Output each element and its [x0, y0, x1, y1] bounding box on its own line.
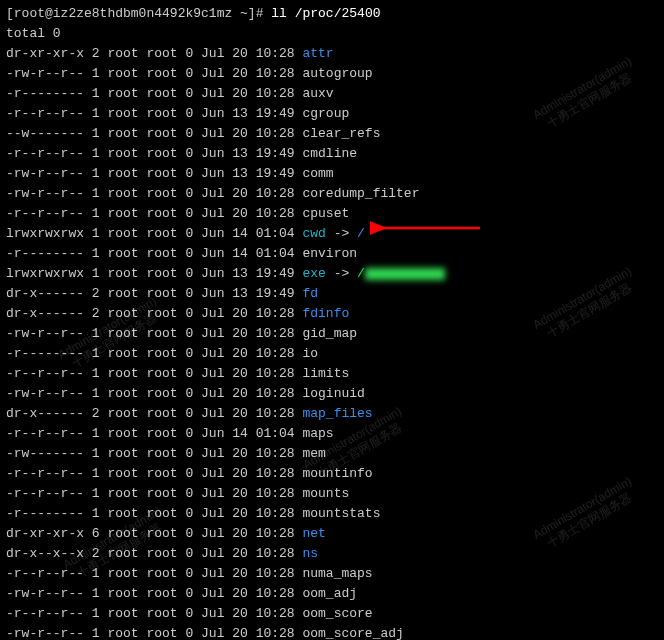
file-name: mountinfo — [302, 466, 372, 481]
listing-row: -r--r--r-- 1 root root 0 Jul 20 10:28 cp… — [6, 204, 658, 224]
file-name: clear_refs — [302, 126, 380, 141]
listing-row: dr-xr-xr-x 6 root root 0 Jul 20 10:28 ne… — [6, 524, 658, 544]
listing-row: -rw-r--r-- 1 root root 0 Jul 20 10:28 lo… — [6, 384, 658, 404]
file-name: mounts — [302, 486, 349, 501]
listing-row: dr-x------ 2 root root 0 Jun 13 19:49 fd — [6, 284, 658, 304]
listing-row: -r-------- 1 root root 0 Jun 14 01:04 en… — [6, 244, 658, 264]
file-name: cwd — [302, 226, 325, 241]
listing-row: -r--r--r-- 1 root root 0 Jun 14 01:04 ma… — [6, 424, 658, 444]
listing-row: dr-xr-xr-x 2 root root 0 Jul 20 10:28 at… — [6, 44, 658, 64]
file-name: oom_adj — [302, 586, 357, 601]
file-name: oom_score_adj — [302, 626, 403, 640]
file-name: coredump_filter — [302, 186, 419, 201]
listing-row: -r--r--r-- 1 root root 0 Jun 13 19:49 cm… — [6, 144, 658, 164]
file-name: oom_score — [302, 606, 372, 621]
file-listing: dr-xr-xr-x 2 root root 0 Jul 20 10:28 at… — [6, 44, 658, 640]
file-name: io — [302, 346, 318, 361]
listing-row: -r--r--r-- 1 root root 0 Jul 20 10:28 oo… — [6, 604, 658, 624]
listing-row: dr-x------ 2 root root 0 Jul 20 10:28 fd… — [6, 304, 658, 324]
listing-row: -rw-r--r-- 1 root root 0 Jul 20 10:28 au… — [6, 64, 658, 84]
file-name: map_files — [302, 406, 372, 421]
terminal-output[interactable]: [root@iz2ze8thdbm0n4492k9c1mz ~]# ll /pr… — [0, 0, 664, 640]
file-name: attr — [302, 46, 333, 61]
file-name: mem — [302, 446, 325, 461]
listing-row: -rw-r--r-- 1 root root 0 Jul 20 10:28 gi… — [6, 324, 658, 344]
file-name: auxv — [302, 86, 333, 101]
file-name: net — [302, 526, 325, 541]
file-name: numa_maps — [302, 566, 372, 581]
listing-row: lrwxrwxrwx 1 root root 0 Jun 13 19:49 ex… — [6, 264, 658, 284]
listing-row: -r--r--r-- 1 root root 0 Jun 13 19:49 cg… — [6, 104, 658, 124]
listing-row: -rw-r--r-- 1 root root 0 Jun 13 19:49 co… — [6, 164, 658, 184]
listing-row: -r--r--r-- 1 root root 0 Jul 20 10:28 nu… — [6, 564, 658, 584]
shell-prompt: [root@iz2ze8thdbm0n4492k9c1mz ~]# — [6, 6, 263, 21]
listing-row: -rw------- 1 root root 0 Jul 20 10:28 me… — [6, 444, 658, 464]
file-name: exe — [302, 266, 325, 281]
listing-row: -r--r--r-- 1 root root 0 Jul 20 10:28 mo… — [6, 484, 658, 504]
listing-row: --w------- 1 root root 0 Jul 20 10:28 cl… — [6, 124, 658, 144]
file-name: gid_map — [302, 326, 357, 341]
listing-row: -r-------- 1 root root 0 Jul 20 10:28 io — [6, 344, 658, 364]
total-line: total 0 — [6, 26, 61, 41]
listing-row: -rw-r--r-- 1 root root 0 Jul 20 10:28 oo… — [6, 624, 658, 640]
listing-row: -r-------- 1 root root 0 Jul 20 10:28 au… — [6, 84, 658, 104]
shell-command: ll /proc/25400 — [271, 6, 380, 21]
listing-row: dr-x------ 2 root root 0 Jul 20 10:28 ma… — [6, 404, 658, 424]
file-name: mountstats — [302, 506, 380, 521]
file-name: cmdline — [302, 146, 357, 161]
file-name: autogroup — [302, 66, 372, 81]
file-name: comm — [302, 166, 333, 181]
file-name: fdinfo — [302, 306, 349, 321]
file-name: cpuset — [302, 206, 349, 221]
listing-row: -r--r--r-- 1 root root 0 Jul 20 10:28 li… — [6, 364, 658, 384]
file-name: cgroup — [302, 106, 349, 121]
listing-row: -rw-r--r-- 1 root root 0 Jul 20 10:28 oo… — [6, 584, 658, 604]
listing-row: -r-------- 1 root root 0 Jul 20 10:28 mo… — [6, 504, 658, 524]
file-name: maps — [302, 426, 333, 441]
file-name: fd — [302, 286, 318, 301]
file-name: loginuid — [302, 386, 364, 401]
listing-row: lrwxrwxrwx 1 root root 0 Jun 14 01:04 cw… — [6, 224, 658, 244]
listing-row: dr-x--x--x 2 root root 0 Jul 20 10:28 ns — [6, 544, 658, 564]
listing-row: -r--r--r-- 1 root root 0 Jul 20 10:28 mo… — [6, 464, 658, 484]
file-name: ns — [302, 546, 318, 561]
file-name: limits — [302, 366, 349, 381]
listing-row: -rw-r--r-- 1 root root 0 Jul 20 10:28 co… — [6, 184, 658, 204]
file-name: environ — [302, 246, 357, 261]
